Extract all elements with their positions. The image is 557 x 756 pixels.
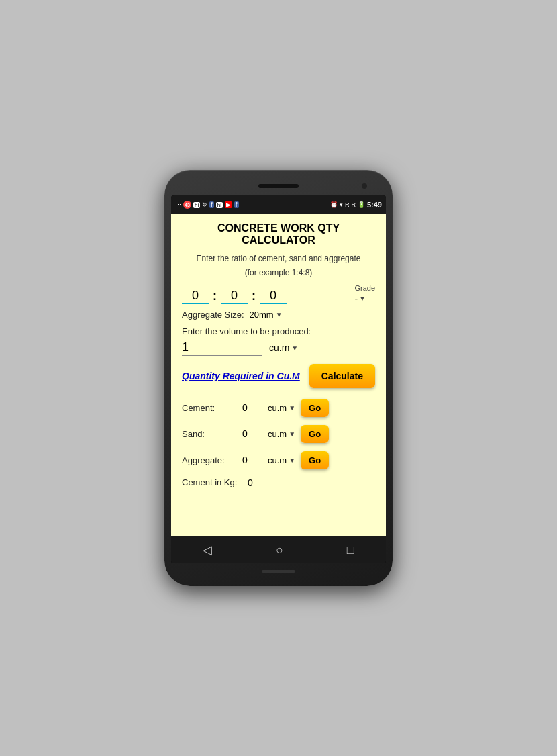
volume-unit: cu.m bbox=[269, 342, 289, 353]
grade-label: Grade bbox=[354, 284, 375, 292]
battery-icon: 🔋 bbox=[358, 201, 365, 208]
aggregate-size-label: Aggregate Size: bbox=[182, 310, 244, 320]
ratio-input-3[interactable] bbox=[260, 289, 287, 304]
ratio-input-2[interactable] bbox=[221, 289, 248, 304]
unit-select[interactable]: cu.m ▼ bbox=[269, 342, 298, 353]
menu-icon: ⋯ bbox=[175, 201, 181, 208]
youtube-icon: ▶ bbox=[225, 201, 232, 208]
aggregate-unit-row[interactable]: cu.m ▼ bbox=[268, 455, 295, 465]
app-screen: CONCRETE WORK QTY CALCULATOR Enter the r… bbox=[171, 214, 386, 536]
cement-go-button[interactable]: Go bbox=[301, 399, 329, 417]
aggregate-size-row: Aggregate Size: 20mm ▼ bbox=[182, 310, 375, 320]
status-left: ⋯ 43 hi ↻ f hi ▶ f bbox=[175, 201, 239, 209]
aggregate-size-arrow[interactable]: ▼ bbox=[276, 311, 283, 318]
aggregate-value: 0 bbox=[242, 455, 262, 465]
notification-count: 43 bbox=[183, 201, 191, 209]
status-bar: ⋯ 43 hi ↻ f hi ▶ f ⏰ ▾ R R 🔋 5:49 bbox=[171, 195, 386, 214]
sand-unit-row[interactable]: cu.m ▼ bbox=[268, 429, 295, 439]
sand-label: Sand: bbox=[182, 429, 242, 439]
aggregate-result-row: Aggregate: 0 cu.m ▼ Go bbox=[182, 451, 375, 469]
volume-label: Enter the volume to be produced: bbox=[182, 326, 375, 336]
quantity-required-label: Quantity Required in Cu.M bbox=[182, 371, 300, 381]
volume-row: cu.m ▼ bbox=[182, 340, 375, 356]
sand-unit: cu.m bbox=[268, 429, 287, 439]
sand-go-button[interactable]: Go bbox=[301, 425, 329, 443]
nav-bar: ◁ ○ □ bbox=[171, 536, 386, 563]
phone-home-bar bbox=[262, 570, 295, 573]
alarm-icon: ⏰ bbox=[330, 201, 338, 208]
phone-device: ⋯ 43 hi ↻ f hi ▶ f ⏰ ▾ R R 🔋 5:49 CONCRE… bbox=[164, 170, 393, 586]
cement-result-row: Cement: 0 cu.m ▼ Go bbox=[182, 399, 375, 417]
aggregate-unit-arrow[interactable]: ▼ bbox=[289, 457, 295, 464]
sand-value: 0 bbox=[242, 428, 262, 439]
grade-dropdown-arrow[interactable]: ▼ bbox=[359, 295, 366, 302]
nav-back-icon[interactable]: ◁ bbox=[203, 542, 212, 557]
cement-kg-value: 0 bbox=[248, 477, 268, 488]
app-title: CONCRETE WORK QTY CALCULATOR bbox=[182, 222, 375, 246]
facebook-icon: f bbox=[209, 201, 214, 208]
signal2-icon: R bbox=[351, 201, 356, 208]
cement-unit-arrow[interactable]: ▼ bbox=[289, 404, 295, 412]
ratio-sep-2: : bbox=[252, 289, 256, 303]
hi-icon: hi bbox=[193, 202, 200, 208]
signal-icon: R bbox=[345, 201, 350, 208]
cement-label: Cement: bbox=[182, 403, 242, 413]
phone-screen: ⋯ 43 hi ↻ f hi ▶ f ⏰ ▾ R R 🔋 5:49 CONCRE… bbox=[171, 195, 386, 563]
nav-recent-icon[interactable]: □ bbox=[347, 543, 354, 557]
volume-unit-arrow[interactable]: ▼ bbox=[291, 344, 298, 352]
ratio-input-1[interactable] bbox=[182, 289, 209, 304]
cement-kg-label: Cement in Kg: bbox=[182, 477, 242, 487]
aggregate-label: Aggregate: bbox=[182, 455, 242, 465]
aggregate-unit: cu.m bbox=[268, 455, 287, 465]
cement-unit-row[interactable]: cu.m ▼ bbox=[268, 403, 295, 413]
cement-kg-row: Cement in Kg: 0 bbox=[182, 477, 375, 488]
subtitle-line2: (for example 1:4:8) bbox=[182, 267, 375, 279]
cement-value: 0 bbox=[242, 402, 262, 413]
aggregate-go-button[interactable]: Go bbox=[301, 451, 329, 469]
grade-select-row[interactable]: - ▼ bbox=[354, 293, 366, 304]
phone-bottom bbox=[171, 563, 386, 579]
facebook2-icon: f bbox=[234, 201, 239, 208]
aggregate-size-select[interactable]: 20mm ▼ bbox=[250, 310, 283, 320]
phone-speaker bbox=[258, 184, 299, 188]
subtitle-line1: Enter the ratio of cement, sand and aggr… bbox=[182, 253, 375, 265]
calculate-button[interactable]: Calculate bbox=[309, 364, 375, 388]
qty-calculate-row: Quantity Required in Cu.M Calculate bbox=[182, 364, 375, 388]
sand-unit-arrow[interactable]: ▼ bbox=[289, 430, 295, 438]
sync-icon: ↻ bbox=[202, 201, 207, 208]
status-time: 5:49 bbox=[367, 201, 382, 209]
sand-result-row: Sand: 0 cu.m ▼ Go bbox=[182, 425, 375, 443]
grade-section: Grade - ▼ bbox=[354, 284, 375, 304]
wifi-icon: ▾ bbox=[340, 201, 343, 208]
ratio-sep-1: : bbox=[213, 289, 217, 303]
nav-home-icon[interactable]: ○ bbox=[276, 543, 283, 557]
ratio-row: : : Grade - ▼ bbox=[182, 284, 375, 304]
grade-value: - bbox=[354, 293, 358, 304]
phone-top bbox=[171, 177, 386, 195]
status-right: ⏰ ▾ R R 🔋 5:49 bbox=[330, 201, 382, 209]
aggregate-size-value: 20mm bbox=[250, 310, 274, 320]
volume-input[interactable] bbox=[182, 340, 262, 356]
hi2-icon: hi bbox=[216, 202, 223, 208]
cement-unit: cu.m bbox=[268, 403, 287, 413]
phone-camera bbox=[362, 183, 367, 189]
ratio-inputs: : : bbox=[182, 289, 346, 304]
